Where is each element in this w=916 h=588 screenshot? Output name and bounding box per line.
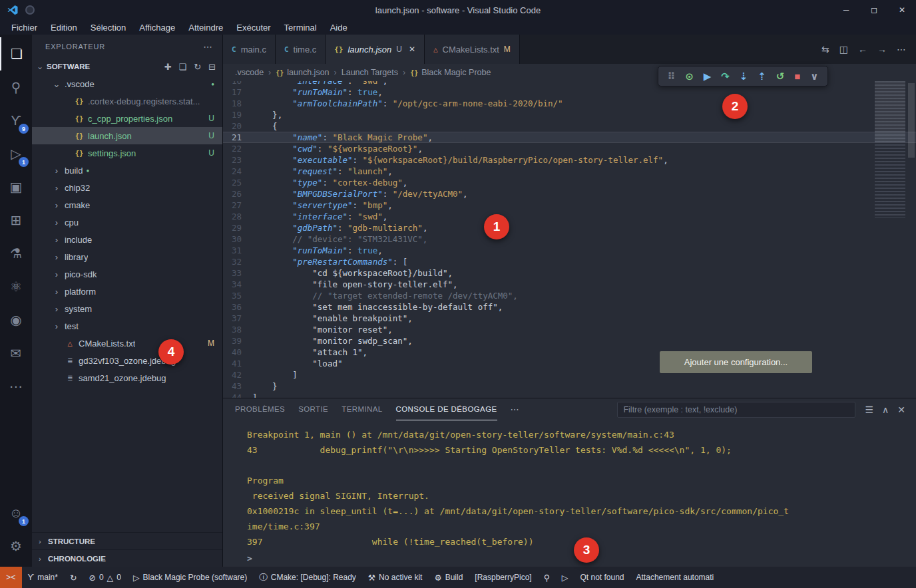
tree-item[interactable]: ›chip32 xyxy=(32,179,222,196)
tab-time.c[interactable]: Ctime.c xyxy=(276,35,326,64)
code-line[interactable]: 31 "runToMain": true, xyxy=(223,245,916,256)
code-line[interactable]: 33 "cd ${workspaceRoot}/build", xyxy=(223,267,916,279)
refresh-icon[interactable]: ↻ xyxy=(194,62,201,72)
activity-debug-alt[interactable]: ◉ xyxy=(0,303,32,337)
activity-source-control[interactable]: ϒ9 xyxy=(0,104,32,137)
tree-item[interactable]: ›include xyxy=(32,231,222,248)
split-editor-icon[interactable]: ◫ xyxy=(839,44,848,55)
console-filter-input[interactable] xyxy=(617,402,855,418)
editor-scrollbar[interactable] xyxy=(908,83,915,158)
breadcrumb-item[interactable]: {}launch.json xyxy=(276,68,329,77)
line-number[interactable]: 27 xyxy=(223,200,252,211)
code-line[interactable]: 34 "file open-story-teller.elf", xyxy=(223,279,916,290)
back-icon[interactable]: ← xyxy=(858,44,867,55)
code-line[interactable]: 17 "runToMain": true, xyxy=(223,86,916,98)
status-launch[interactable]: ▷ xyxy=(556,567,574,588)
status-bug[interactable]: ⚲ xyxy=(538,567,556,588)
line-number[interactable]: 22 xyxy=(223,143,252,154)
status-qt-status[interactable]: Qt not found xyxy=(574,567,630,588)
menu-item[interactable]: Affichage xyxy=(133,22,181,33)
code-line[interactable]: 38 "monitor reset", xyxy=(223,324,916,335)
maximize-panel-icon[interactable]: ∧ xyxy=(882,404,889,415)
new-folder-icon[interactable]: ❏ xyxy=(179,62,187,72)
activity-test[interactable]: ⚗ xyxy=(0,237,32,270)
tree-item[interactable]: {}launch.jsonU xyxy=(32,127,222,144)
code-line[interactable]: 20 { xyxy=(223,120,916,132)
line-number[interactable]: 17 xyxy=(223,86,252,98)
activity-explorer[interactable]: ❏ xyxy=(0,37,32,71)
tree-item[interactable]: ≣gd32vf103_ozone.jdebug xyxy=(32,352,222,369)
grip-icon[interactable]: ⠿ xyxy=(667,71,675,82)
line-number[interactable]: 18 xyxy=(223,98,252,109)
more-icon[interactable]: ⋯ xyxy=(897,44,906,55)
tree-item[interactable]: ›cpu xyxy=(32,214,222,231)
code-line[interactable]: 21 "name": "Black Magic Probe", xyxy=(223,132,916,143)
activity-test-adapter[interactable]: ⚛ xyxy=(0,270,32,303)
explorer-more-icon[interactable]: ⋯ xyxy=(203,41,213,52)
code-line[interactable]: 24 "request": "launch", xyxy=(223,166,916,177)
activity-settings[interactable]: ⚙ xyxy=(0,529,32,563)
status-remote[interactable]: >< xyxy=(0,567,22,588)
line-number[interactable]: 38 xyxy=(223,324,252,335)
code-line[interactable]: 29 "gdbPath": "gdb-multiarch", xyxy=(223,222,916,233)
menu-item[interactable]: Fichier xyxy=(5,22,43,33)
line-number[interactable]: 29 xyxy=(223,222,252,233)
section-chronologie[interactable]: › CHRONOLOGIE xyxy=(32,549,222,567)
panel-tab[interactable]: SORTIE xyxy=(298,398,328,420)
close-button[interactable]: ✕ xyxy=(888,0,916,20)
menu-item[interactable]: Edition xyxy=(45,22,83,33)
line-number[interactable]: 31 xyxy=(223,245,252,256)
line-number[interactable]: 37 xyxy=(223,313,252,324)
code-line[interactable]: 39 "monitor swdp_scan", xyxy=(223,335,916,347)
line-number[interactable]: 41 xyxy=(223,358,252,369)
line-number[interactable]: 43 xyxy=(223,380,252,392)
menu-item[interactable]: Aide xyxy=(324,22,353,33)
code-line[interactable]: 37 "enable breakpoint", xyxy=(223,313,916,324)
line-number[interactable]: 26 xyxy=(223,188,252,200)
line-number[interactable]: 28 xyxy=(223,211,252,222)
line-number[interactable]: 30 xyxy=(223,233,252,245)
status-debug-target[interactable]: ▷Black Magic Probe (software) xyxy=(127,567,253,588)
section-structure[interactable]: › STRUCTURE xyxy=(32,532,222,549)
tree-item[interactable]: ›pico-sdk xyxy=(32,265,222,283)
step-into-icon[interactable]: ⇣ xyxy=(740,71,748,82)
close-icon[interactable]: ✕ xyxy=(409,45,415,54)
code-line[interactable]: 35 // "target extended-remote /dev/ttyAC… xyxy=(223,290,916,301)
more-icon[interactable]: ⋯ xyxy=(511,404,519,414)
status-cmake-kit[interactable]: ⚒No active kit xyxy=(362,567,429,588)
code-line[interactable]: 22 "cwd": "${workspaceRoot}", xyxy=(223,143,916,154)
line-number[interactable]: 40 xyxy=(223,347,252,358)
tree-item[interactable]: ›cmake xyxy=(32,196,222,214)
status-sync[interactable]: ↻ xyxy=(64,567,83,588)
menu-item[interactable]: Sélection xyxy=(85,22,132,33)
status-build-target[interactable]: [RaspberryPico] xyxy=(469,567,537,588)
line-number[interactable]: 39 xyxy=(223,335,252,347)
tree-item[interactable]: ›test xyxy=(32,317,222,335)
activity-remote-explorer[interactable]: ▣ xyxy=(0,170,32,204)
line-number[interactable]: 24 xyxy=(223,166,252,177)
tree-item[interactable]: ›build● xyxy=(32,162,222,179)
line-number[interactable]: 25 xyxy=(223,177,252,188)
menu-item[interactable]: Exécuter xyxy=(230,22,276,33)
code-line[interactable]: 25 "type": "cortex-debug", xyxy=(223,177,916,188)
activity-run-debug[interactable]: ▷1 xyxy=(0,137,32,170)
forward-icon[interactable]: → xyxy=(877,44,887,55)
code-line[interactable]: 32 "preRestartCommands": [ xyxy=(223,256,916,267)
tab-main.c[interactable]: Cmain.c xyxy=(223,35,276,64)
minimize-button[interactable]: ─ xyxy=(832,0,860,20)
line-number[interactable]: 35 xyxy=(223,290,252,301)
line-number[interactable]: 16 xyxy=(223,81,252,86)
minimap-slider[interactable] xyxy=(875,81,905,142)
workspace-section-header[interactable]: ⌄ SOFTWARE ✚❏↻⊟ xyxy=(32,58,222,75)
code-line[interactable]: 43 } xyxy=(223,380,916,392)
status-build[interactable]: ⚙Build xyxy=(428,567,469,588)
line-number[interactable]: 33 xyxy=(223,267,252,279)
tree-item[interactable]: ›platform xyxy=(32,283,222,300)
code-line[interactable]: 30 // "device": "STM32L431VC", xyxy=(223,233,916,245)
tree-item[interactable]: ≣samd21_ozone.jdebug xyxy=(32,369,222,386)
tree-item[interactable]: {}.cortex-debug.registers.stat... xyxy=(32,92,222,110)
activity-mail[interactable]: ✉ xyxy=(0,337,32,370)
code-line[interactable]: 19 }, xyxy=(223,109,916,120)
tab-CMakeLists.txt[interactable]: △CMakeLists.txtM xyxy=(425,35,520,64)
line-number[interactable]: 21 xyxy=(223,132,252,143)
